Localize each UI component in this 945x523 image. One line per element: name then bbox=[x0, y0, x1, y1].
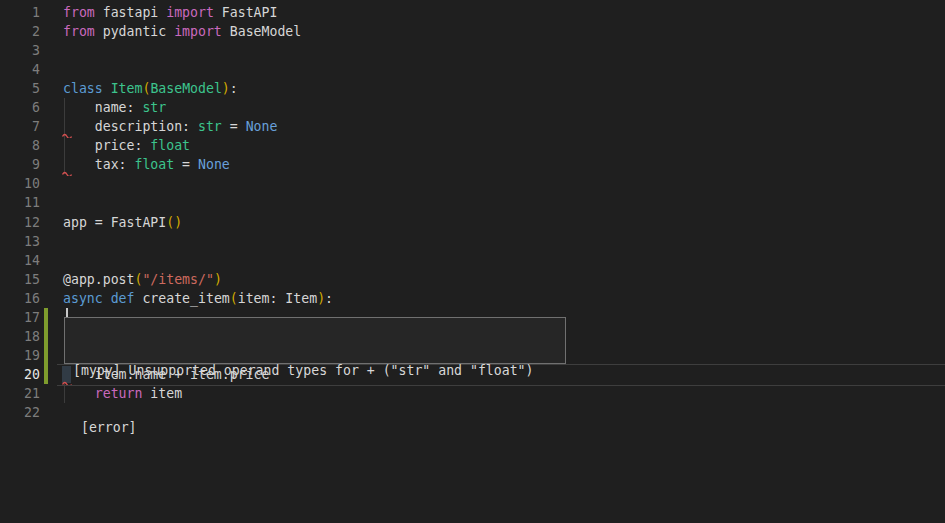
line-number[interactable]: 12 bbox=[0, 215, 40, 230]
line-number[interactable]: 14 bbox=[0, 253, 40, 268]
line-number[interactable]: 18 bbox=[0, 329, 40, 344]
code-text: name: str bbox=[63, 100, 166, 115]
token: BaseModel bbox=[150, 81, 221, 96]
code-line-10[interactable]: 10 bbox=[0, 174, 945, 193]
gutter-spacer bbox=[44, 193, 48, 212]
line-number[interactable]: 20 bbox=[0, 367, 40, 382]
gutter-spacer bbox=[44, 60, 48, 79]
diagnostic-severity: [error] bbox=[73, 418, 557, 437]
code-text: tax: float = None bbox=[63, 157, 230, 172]
token: str bbox=[198, 119, 222, 134]
gutter-spacer bbox=[44, 213, 48, 232]
code-line-15[interactable]: 15@app.post("/items/") bbox=[0, 270, 945, 289]
token: from bbox=[63, 24, 95, 39]
code-text: from pydantic import BaseModel bbox=[63, 24, 301, 39]
code-line-14[interactable]: 14 bbox=[0, 251, 945, 270]
line-number[interactable]: 2 bbox=[0, 24, 40, 39]
token: @app.post bbox=[63, 272, 134, 287]
token: FastAPI bbox=[214, 5, 278, 20]
token: Item bbox=[111, 81, 143, 96]
gutter-spacer bbox=[44, 174, 48, 193]
code-line-7[interactable]: 7 description: str = None bbox=[0, 117, 945, 136]
token: float bbox=[134, 157, 174, 172]
code-line-5[interactable]: 5class Item(BaseModel): bbox=[0, 79, 945, 98]
code-line-8[interactable]: 8 price: float bbox=[0, 136, 945, 155]
token bbox=[103, 291, 111, 306]
line-number[interactable]: 5 bbox=[0, 81, 40, 96]
token: from bbox=[63, 5, 95, 20]
line-number[interactable]: 9 bbox=[0, 157, 40, 172]
token: ) bbox=[214, 272, 222, 287]
line-number[interactable]: 6 bbox=[0, 100, 40, 115]
code-line-9[interactable]: 9 tax: float = None bbox=[0, 155, 945, 174]
line-number[interactable]: 1 bbox=[0, 5, 40, 20]
token: class bbox=[63, 81, 103, 96]
code-line-16[interactable]: 16async def create_item(item: Item): bbox=[0, 289, 945, 308]
gutter-spacer bbox=[44, 270, 48, 289]
token: ( bbox=[230, 291, 238, 306]
gutter-spacer bbox=[44, 403, 48, 422]
diagnostic-message: [mypy] Unsupported operand types for + (… bbox=[73, 361, 557, 380]
line-number[interactable]: 11 bbox=[0, 195, 40, 210]
code-editor: 1from fastapi import FastAPI2from pydant… bbox=[0, 0, 945, 523]
token: BaseModel bbox=[222, 24, 301, 39]
gutter-spacer bbox=[44, 3, 48, 22]
line-number[interactable]: 7 bbox=[0, 119, 40, 134]
indent-guide bbox=[64, 384, 65, 403]
token: ) bbox=[317, 291, 325, 306]
code-text: app = FastAPI() bbox=[63, 215, 182, 230]
gutter-spacer bbox=[44, 98, 48, 117]
line-number[interactable]: 17 bbox=[0, 310, 40, 325]
code-line-6[interactable]: 6 name: str bbox=[0, 98, 945, 117]
token: = bbox=[222, 119, 246, 134]
token: pydantic bbox=[95, 24, 174, 39]
token bbox=[103, 81, 111, 96]
token: None bbox=[246, 119, 278, 134]
code-line-12[interactable]: 12app = FastAPI() bbox=[0, 213, 945, 232]
line-number[interactable]: 21 bbox=[0, 386, 40, 401]
line-number[interactable]: 8 bbox=[0, 138, 40, 153]
gutter-spacer bbox=[44, 289, 48, 308]
code-text: @app.post("/items/") bbox=[63, 272, 222, 287]
token: name: bbox=[63, 100, 142, 115]
token: app = FastAPI bbox=[63, 215, 166, 230]
token: fastapi bbox=[95, 5, 166, 20]
code-text: description: str = None bbox=[63, 119, 277, 134]
git-change-bar bbox=[44, 346, 48, 365]
token: item: Item bbox=[238, 291, 317, 306]
gutter-spacer bbox=[44, 22, 48, 41]
token: create_item bbox=[134, 291, 229, 306]
code-line-1[interactable]: 1from fastapi import FastAPI bbox=[0, 3, 945, 22]
line-number[interactable]: 16 bbox=[0, 291, 40, 306]
line-number[interactable]: 4 bbox=[0, 62, 40, 77]
line-number[interactable]: 22 bbox=[0, 405, 40, 420]
token: = bbox=[174, 157, 198, 172]
code-text: class Item(BaseModel): bbox=[63, 81, 238, 96]
indent-guide bbox=[64, 136, 65, 155]
indent-guide bbox=[64, 98, 65, 117]
line-number[interactable]: 3 bbox=[0, 43, 40, 58]
git-change-bar bbox=[44, 365, 48, 384]
token: str bbox=[142, 100, 166, 115]
code-line-11[interactable]: 11 bbox=[0, 193, 945, 212]
line-number[interactable]: 10 bbox=[0, 176, 40, 191]
line-number[interactable]: 19 bbox=[0, 348, 40, 363]
token: None bbox=[198, 157, 230, 172]
line-number[interactable]: 15 bbox=[0, 272, 40, 287]
token: description: bbox=[63, 119, 198, 134]
gutter-spacer bbox=[44, 384, 48, 403]
gutter-spacer bbox=[44, 232, 48, 251]
gutter-spacer bbox=[44, 41, 48, 60]
code-text: from fastapi import FastAPI bbox=[63, 5, 277, 20]
code-line-2[interactable]: 2from pydantic import BaseModel bbox=[0, 22, 945, 41]
token: import bbox=[166, 5, 214, 20]
token: ) bbox=[222, 81, 230, 96]
token: : bbox=[325, 291, 333, 306]
gutter-spacer bbox=[44, 251, 48, 270]
code-line-4[interactable]: 4 bbox=[0, 60, 945, 79]
line-number[interactable]: 13 bbox=[0, 234, 40, 249]
code-line-3[interactable]: 3 bbox=[0, 41, 945, 60]
code-text: price: float bbox=[63, 138, 190, 153]
token: float bbox=[150, 138, 190, 153]
code-line-13[interactable]: 13 bbox=[0, 232, 945, 251]
